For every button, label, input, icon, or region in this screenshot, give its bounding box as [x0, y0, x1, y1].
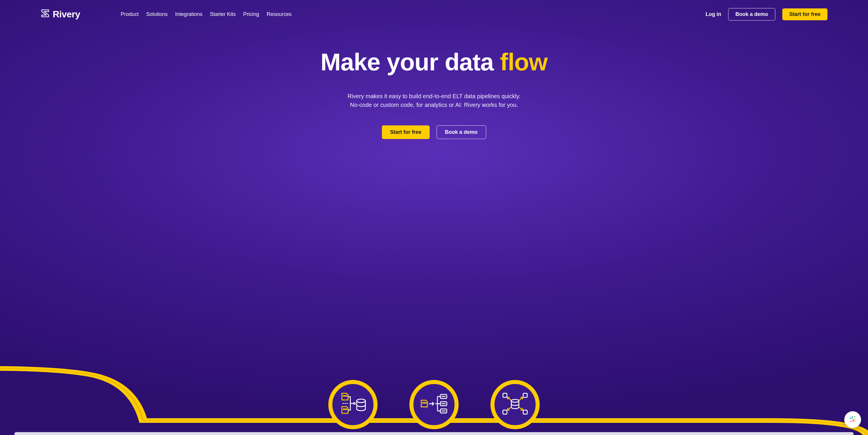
svg-point-8	[347, 403, 348, 404]
svg-point-4	[345, 409, 346, 410]
svg-rect-38	[852, 420, 854, 422]
nav-item-integrations[interactable]: Integrations	[175, 11, 203, 18]
hero-subtitle-line1: Rivery makes it easy to build end-to-end…	[0, 92, 868, 100]
svg-point-7	[344, 403, 346, 404]
transform-icon	[420, 391, 448, 418]
svg-point-26	[511, 399, 519, 402]
svg-point-3	[343, 409, 344, 410]
svg-point-42	[850, 421, 851, 422]
svg-point-10	[357, 399, 365, 403]
svg-point-40	[854, 416, 855, 417]
svg-point-39	[850, 416, 851, 417]
book-demo-hero-button[interactable]: Book a demo	[437, 125, 486, 139]
distribute-icon	[501, 391, 530, 418]
feature-ingest	[328, 380, 377, 429]
svg-rect-27	[503, 393, 507, 397]
nav-item-pricing[interactable]: Pricing	[243, 11, 259, 18]
feature-transform	[409, 380, 459, 429]
hero-title: Make your data flow	[0, 48, 868, 76]
start-free-nav-button[interactable]: Start for free	[782, 8, 828, 20]
feature-distribute	[491, 380, 540, 429]
nav-links: Product Solutions Integrations Starter K…	[121, 11, 291, 18]
brand-logo[interactable]: Rivery	[40, 9, 80, 20]
svg-rect-37	[853, 419, 856, 420]
top-nav: Rivery Product Solutions Integrations St…	[0, 0, 868, 21]
svg-rect-28	[523, 393, 527, 397]
brand-name: Rivery	[53, 9, 80, 20]
nav-item-solutions[interactable]: Solutions	[146, 11, 167, 18]
svg-rect-36	[852, 416, 852, 418]
hero-title-main: Make your data	[320, 49, 500, 75]
hero-subtitle-line2: No-code or custom code, for analytics or…	[0, 100, 868, 109]
hero-ctas: Start for free Book a demo	[0, 125, 868, 139]
hero-title-accent: flow	[500, 49, 548, 75]
book-demo-nav-button[interactable]: Book a demo	[728, 8, 775, 21]
hero-section: Make your data flow Rivery makes it easy…	[0, 48, 868, 139]
svg-point-5	[346, 409, 347, 410]
nav-item-product[interactable]: Product	[121, 11, 139, 18]
svg-point-41	[855, 421, 856, 422]
bottom-bar	[14, 432, 854, 435]
svg-point-2	[346, 396, 347, 397]
start-free-hero-button[interactable]: Start for free	[382, 125, 429, 139]
hero-subtitle: Rivery makes it easy to build end-to-end…	[0, 92, 868, 109]
chat-widget-button[interactable]	[844, 411, 861, 428]
nav-item-starter-kits[interactable]: Starter Kits	[210, 11, 236, 18]
svg-rect-35	[850, 418, 852, 419]
svg-point-1	[345, 396, 346, 397]
svg-point-11	[423, 403, 424, 403]
svg-rect-29	[503, 410, 507, 414]
ingest-icon	[338, 391, 367, 418]
svg-point-12	[424, 403, 425, 403]
svg-point-13	[426, 403, 427, 403]
pipeline-graphic	[0, 363, 868, 435]
login-link[interactable]: Log in	[706, 11, 721, 18]
nav-item-resources[interactable]: Resources	[267, 11, 291, 18]
svg-rect-30	[523, 410, 527, 414]
rivery-logo-icon	[40, 9, 50, 20]
nav-right: Log in Book a demo Start for free	[706, 8, 828, 21]
slack-icon	[848, 415, 857, 424]
svg-point-0	[343, 396, 344, 397]
feature-circles	[0, 380, 868, 429]
svg-point-9	[353, 403, 355, 404]
svg-point-6	[342, 403, 344, 404]
